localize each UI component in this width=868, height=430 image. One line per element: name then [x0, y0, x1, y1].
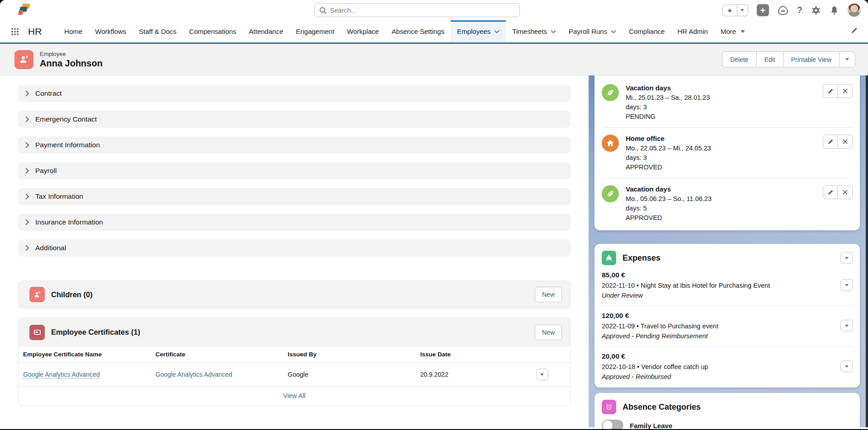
edit-button[interactable]: Edit — [756, 51, 783, 67]
tab-more[interactable]: More — [714, 20, 751, 42]
expense-row-menu-button[interactable] — [840, 360, 853, 372]
delete-button[interactable]: Delete — [722, 51, 756, 67]
certificate-name-link[interactable]: Google Analytics Advanced — [23, 371, 100, 379]
section-additional[interactable]: Additional — [18, 239, 571, 257]
app-name: HR — [28, 26, 42, 37]
absence-status: APPROVED — [626, 214, 823, 221]
absence-entry: Vacation days Mi., 25.01.23 – Sa., 28.01… — [602, 77, 853, 128]
children-title: Children (0) — [51, 290, 93, 299]
absence-entry: Home office Mo., 22.05.23 – Mi., 24.05.2… — [602, 128, 853, 178]
app-launcher-icon[interactable] — [11, 28, 19, 36]
expense-entry: 85,00 € 2022-11-10 • Night Stay at Ibis … — [602, 265, 853, 306]
chevron-down-icon[interactable] — [611, 30, 616, 33]
tab-engagement[interactable]: Engagement — [290, 20, 341, 42]
tab-workplace[interactable]: Workplace — [341, 20, 386, 42]
chevron-down-icon[interactable] — [494, 30, 500, 33]
delete-absence-button[interactable] — [838, 135, 853, 149]
column-header-actions — [532, 346, 570, 363]
expense-entry: 20,00 € 2022-10-18 • Vendor coffee catch… — [602, 346, 853, 387]
expenses-title: Expenses — [623, 253, 660, 263]
absence-type: Vacation days — [626, 84, 823, 92]
home-icon — [602, 135, 619, 152]
global-actions-button[interactable]: + — [757, 4, 769, 16]
trailhead-icon[interactable] — [778, 5, 788, 15]
chevron-right-icon — [24, 90, 30, 97]
category-label: Family Leave — [630, 422, 672, 430]
edit-absence-button[interactable] — [823, 185, 838, 199]
printable-view-button[interactable]: Printable View — [783, 51, 840, 67]
tab-employees[interactable]: Employees — [451, 20, 506, 42]
record-sidebar: Vacation days Mi., 25.01.23 – Sa., 28.01… — [589, 75, 868, 427]
help-icon[interactable]: ? — [797, 5, 802, 15]
favorites-group: ★ — [722, 5, 748, 16]
column-header[interactable]: Employee Certificate Name — [19, 346, 151, 363]
search-input[interactable] — [330, 7, 515, 14]
tab-absence-settings[interactable]: Absence Settings — [385, 20, 451, 42]
tab-hr-admin[interactable]: HR Admin — [671, 20, 714, 42]
app-navigation: HR Home Workflows Staff & Docs Compensat… — [0, 20, 868, 44]
section-contract[interactable]: Contract — [18, 85, 571, 102]
new-child-button[interactable]: New — [535, 287, 562, 302]
tab-workflows[interactable]: Workflows — [89, 20, 132, 42]
expense-amount: 20,00 € — [602, 352, 840, 360]
absence-range: Mi., 25.01.23 – Sa., 28.01.23 — [626, 94, 823, 101]
caret-down-icon — [845, 365, 849, 368]
expenses-card-menu-button[interactable] — [840, 252, 853, 264]
caret-down-icon — [845, 257, 849, 259]
global-search[interactable] — [314, 3, 520, 17]
section-emergency-contact[interactable]: Emergency Contact — [18, 111, 571, 128]
expense-amount: 120,00 € — [602, 312, 840, 320]
chevron-right-icon — [24, 116, 30, 122]
more-actions-button[interactable] — [839, 51, 855, 67]
expense-description: 2022-10-18 • Vendor coffee catch up — [602, 363, 840, 370]
setup-gear-icon[interactable] — [811, 5, 821, 15]
absence-type: Home office — [626, 135, 823, 142]
column-header[interactable]: Issue Date — [415, 346, 531, 363]
issued-by-cell: Google — [283, 363, 416, 387]
chevron-right-icon — [24, 142, 30, 148]
tab-attendance[interactable]: Attendance — [243, 20, 290, 42]
section-tax-information[interactable]: Tax Information — [18, 188, 571, 205]
column-header[interactable]: Certificate — [151, 346, 283, 363]
expense-row-menu-button[interactable] — [840, 320, 853, 332]
expense-row-menu-button[interactable] — [840, 279, 853, 291]
notifications-bell-icon[interactable] — [830, 5, 839, 15]
tab-staff-docs[interactable]: Staff & Docs — [132, 20, 183, 42]
chevron-right-icon — [24, 193, 30, 200]
expense-status: Approved - Pending Reimbursement — [602, 332, 840, 340]
favorites-menu-button[interactable] — [737, 5, 748, 16]
tab-home[interactable]: Home — [58, 20, 89, 42]
absence-range: Mo., 22.05.23 – Mi., 24.05.23 — [626, 145, 823, 152]
expenses-icon — [602, 251, 616, 265]
favorite-star-button[interactable]: ★ — [722, 5, 737, 16]
tab-compensations[interactable]: Compensations — [183, 20, 242, 42]
edit-navigation-pencil-icon[interactable] — [850, 27, 858, 36]
new-certificate-button[interactable]: New — [535, 325, 562, 340]
table-row: Google Analytics Advanced Google Analyti… — [19, 363, 570, 387]
section-payment-information[interactable]: Payment Information — [18, 136, 571, 154]
certificate-link[interactable]: Google Analytics Advanced — [156, 371, 232, 378]
absence-categories-card: Absence Categories Family Leave — [594, 393, 860, 429]
delete-absence-button[interactable] — [838, 185, 853, 199]
family-leave-toggle[interactable] — [602, 420, 623, 429]
column-header[interactable]: Issued By — [283, 346, 416, 363]
user-avatar[interactable] — [848, 4, 861, 17]
expense-entry: 120,00 € 2022-11-09 • Travel to Purchasi… — [602, 306, 853, 346]
record-detail-pane: Contract Emergency Contact Payment Infor… — [0, 75, 589, 427]
search-icon — [319, 7, 326, 14]
section-insurance-information[interactable]: Insurance Information — [18, 214, 571, 231]
delete-absence-button[interactable] — [838, 84, 853, 98]
chevron-right-icon — [24, 245, 30, 251]
record-entity-label: Employee — [40, 51, 103, 57]
tab-timesheets[interactable]: Timesheets — [506, 20, 562, 42]
tab-payroll-runs[interactable]: Payroll Runs — [562, 20, 623, 42]
view-all-link[interactable]: View All — [19, 387, 570, 406]
tab-compliance[interactable]: Compliance — [623, 20, 671, 42]
chevron-down-icon[interactable] — [551, 30, 556, 33]
edit-absence-button[interactable] — [823, 84, 838, 98]
section-payroll[interactable]: Payroll — [18, 162, 571, 179]
leaf-icon — [602, 185, 619, 202]
edit-absence-button[interactable] — [823, 135, 838, 149]
certificates-title: Employee Certificates (1) — [51, 328, 140, 337]
row-actions-menu-button[interactable] — [536, 369, 548, 380]
